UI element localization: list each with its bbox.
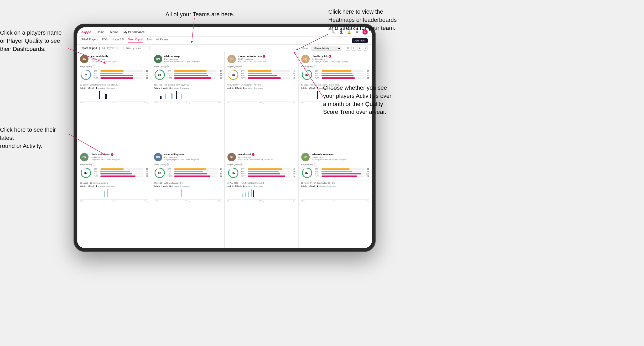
last-round[interactable]: 03 Mar 23 | 19, Must make putting → xyxy=(80,180,148,184)
stat-label: PUTT xyxy=(168,175,173,177)
list-view-icon[interactable]: ≡ xyxy=(351,46,356,51)
stat-value: 92 xyxy=(365,175,369,177)
edit-team-icon[interactable]: ✎ xyxy=(116,47,118,49)
x-label-start: 31 Jul xyxy=(227,102,231,104)
filter-icon[interactable]: ▼ xyxy=(357,46,362,51)
last-round-arrow[interactable]: → xyxy=(367,182,369,184)
stat-value: 89 xyxy=(291,168,295,170)
chart-bar-empty xyxy=(179,98,180,99)
stat-row: OTT 82 xyxy=(168,168,222,170)
chart-bar-empty xyxy=(178,98,179,99)
activity-chart xyxy=(227,90,295,102)
stat-label: PUTT xyxy=(94,175,100,177)
stats-bars: OTT 60 APP 77 ARG 81 PUTT 91 xyxy=(94,168,148,178)
last-round-arrow[interactable]: → xyxy=(293,83,295,86)
player-name[interactable]: Edward Crossman xyxy=(312,153,369,156)
player-name[interactable]: Blair McHarg xyxy=(164,55,222,58)
player-name[interactable]: Chris Robertson ✓ xyxy=(91,153,148,156)
player-card[interactable]: DB Dave Billingham Plus Handicap Sög Mag… xyxy=(151,150,225,248)
stat-value: 88 xyxy=(217,75,222,77)
stat-row: ARG 83 xyxy=(315,75,369,77)
player-card[interactable]: CR Cameron Robertson ✓ 11-15 Handicap Ro… xyxy=(225,52,298,150)
show-select[interactable]: Player Activity Quality Score Trend xyxy=(311,46,341,51)
chart-bar-empty xyxy=(157,98,158,99)
last-round[interactable]: 18 Jul 23 | 74 (+3), Sunningdale GC - Ol… xyxy=(301,180,369,184)
chart-bar-empty xyxy=(231,98,232,99)
stat-bar-fill xyxy=(321,77,355,79)
last-round[interactable]: 26 Aug 23 | 73 (+1), Royal North Devon G… xyxy=(154,82,222,86)
player-top: EC Edward Crossman 1-5 Handicap Sunningd… xyxy=(301,153,369,161)
chart-bar-empty xyxy=(94,196,96,197)
tab-all-players[interactable]: All Players xyxy=(156,38,168,43)
player-card[interactable]: DF David Ford ✓ 1-5 Handicap Royal North… xyxy=(225,150,298,248)
quality-circle[interactable]: 74 xyxy=(80,69,92,81)
last-round[interactable]: 02 Sep 23 | Sunset round to get back int… xyxy=(80,82,148,86)
last-round[interactable]: 04 Sep 23 | Mobility with coach, Gym → xyxy=(154,180,222,184)
stat-bar-fill xyxy=(100,173,132,174)
chart-bar-empty xyxy=(162,98,163,99)
player-avatar: DF xyxy=(227,153,236,161)
tab-team-clippd[interactable]: Team Clippd xyxy=(128,38,143,43)
last-round-arrow[interactable]: → xyxy=(146,83,148,86)
stat-value: 79 xyxy=(365,171,369,172)
player-name[interactable]: Cameron Robertson ✓ xyxy=(238,55,295,58)
last-round[interactable]: 26 Aug 23 | 84 (+12), Royal North Devon … xyxy=(227,180,295,184)
last-round-arrow[interactable]: → xyxy=(146,182,148,184)
grid-view-icon[interactable]: ⊞ xyxy=(346,46,350,51)
last-round-arrow[interactable]: → xyxy=(219,83,222,86)
quality-circle[interactable]: 83 xyxy=(301,69,313,81)
chart-bar-empty xyxy=(242,98,243,99)
last-round[interactable]: 02 Jul 23 | 59 (+17), Craigmillar Park G… xyxy=(227,82,295,86)
tab-pga[interactable]: PGA xyxy=(102,38,107,43)
chart-bar-empty xyxy=(312,196,314,197)
stat-value: 80 xyxy=(365,72,369,74)
player-name[interactable]: Dave Billingham xyxy=(164,153,222,156)
player-card[interactable]: BM Blair McHarg Plus Handicap Royal Nort… xyxy=(151,52,225,150)
chart-bar-empty xyxy=(159,98,160,99)
quality-circle[interactable]: 82 xyxy=(80,167,92,179)
avatar-initials: CR xyxy=(230,58,233,61)
last-round-text: 04 Sep 23 | Mobility with coach, Gym xyxy=(154,182,184,184)
last-round-text: 02 Sep 23 | Sunset round to get back int… xyxy=(80,84,119,86)
chart-bar-empty xyxy=(309,98,310,99)
chart-bar-empty xyxy=(322,196,323,197)
filter-input[interactable] xyxy=(123,46,150,50)
player-card[interactable]: AN Aaron Nicholls 11-15 Handicap Drift G… xyxy=(77,52,151,150)
quality-circle[interactable]: 87 xyxy=(301,167,313,179)
player-card[interactable]: CR Chris Robertson ✓ 1-5 Handicap Craigm… xyxy=(77,150,151,248)
stat-bar-bg xyxy=(100,75,143,76)
quality-circle[interactable]: 68 xyxy=(227,69,239,81)
last-round-arrow[interactable]: → xyxy=(293,182,295,184)
nav-teams[interactable]: Teams xyxy=(110,30,118,34)
nav-performance[interactable]: My Performance xyxy=(123,30,145,34)
quality-circle[interactable]: 93 xyxy=(154,69,165,81)
last-round-arrow[interactable]: → xyxy=(219,182,222,184)
stat-bar-fill xyxy=(100,77,133,79)
add-team-button[interactable]: Add Team xyxy=(352,38,368,43)
stat-row: APP 80 xyxy=(241,171,295,172)
nav-home[interactable]: Home xyxy=(97,30,104,34)
player-name[interactable]: Aaron Nicholls xyxy=(91,55,148,58)
sort-icon[interactable]: ↕ xyxy=(363,46,368,51)
chart-bar-empty xyxy=(248,98,249,99)
tab-hcaps[interactable]: Hcaps 1-5 xyxy=(112,38,124,43)
legend-off-course-label: Off course xyxy=(108,87,116,89)
activity-section: Activity · 1 Month On course Off course xyxy=(80,87,148,104)
stat-bar-fill xyxy=(248,73,272,74)
player-name[interactable]: Charlie Quick ✓ xyxy=(312,55,369,58)
stat-label: ARG xyxy=(315,75,321,77)
chart-bar-empty xyxy=(80,196,81,197)
player-top: AN Aaron Nicholls 11-15 Handicap Drift G… xyxy=(80,55,148,63)
legend-off-course: Off course xyxy=(106,87,116,89)
quality-circle[interactable]: 85 xyxy=(227,167,239,179)
tab-pgat-players[interactable]: PGAT Players xyxy=(81,38,98,43)
player-name[interactable]: David Ford ✓ xyxy=(238,153,295,156)
activity-header: Activity · 1 Month On course Off course xyxy=(154,87,222,89)
tab-tour[interactable]: Tour xyxy=(147,38,152,43)
quality-circle[interactable]: 87 xyxy=(154,167,165,179)
x-label-mid: 21 Aug xyxy=(112,200,116,202)
chart-bar-empty xyxy=(308,98,309,99)
player-handicap: 1-5 Handicap xyxy=(238,156,295,158)
chart-bar-empty xyxy=(309,196,310,197)
player-card[interactable]: EC Edward Crossman 1-5 Handicap Sunningd… xyxy=(298,150,372,248)
